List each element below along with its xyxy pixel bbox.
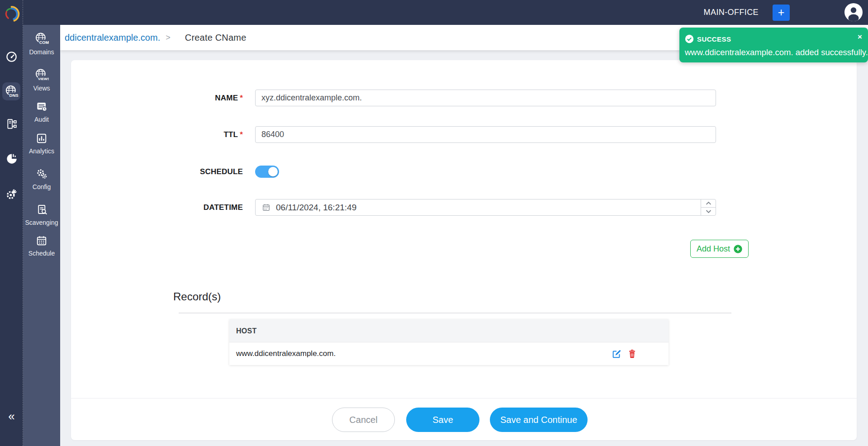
cancel-button[interactable]: Cancel	[332, 408, 395, 432]
sidebar-item-domains[interactable]: COM Domains	[23, 32, 60, 56]
add-button[interactable]: +	[773, 5, 790, 21]
datetime-value: 06/11/2024, 16:21:49	[276, 203, 356, 213]
ttl-input[interactable]	[255, 126, 716, 143]
create-cname-form-card: NAME* TTL* SCHEDULE DATETIME	[71, 60, 857, 440]
schedule-field-label: SCHEDULE	[71, 166, 243, 178]
sidebar-item-label: Domains	[29, 48, 54, 56]
required-marker: *	[240, 94, 243, 102]
user-avatar-icon[interactable]	[844, 3, 863, 21]
sidebar-item-label: Analytics	[29, 147, 54, 155]
trash-icon[interactable]	[627, 349, 637, 359]
calendar-icon	[262, 203, 270, 212]
sidebar-item-config[interactable]: Config	[23, 168, 60, 190]
server-nodes-icon[interactable]	[0, 118, 23, 132]
schedule-toggle[interactable]	[255, 166, 279, 178]
check-circle-icon	[685, 34, 694, 43]
row-actions	[612, 342, 637, 365]
primary-sidebar: DNS «	[0, 0, 23, 446]
sidebar-item-scavenging[interactable]: Scavenging	[23, 204, 60, 226]
edit-icon[interactable]	[612, 349, 621, 359]
host-column-header: HOST	[229, 319, 669, 342]
bar-chart-icon	[36, 133, 47, 146]
globe-views-icon: VIEWS	[34, 68, 49, 83]
document-search-icon	[36, 204, 48, 218]
plus-circle-icon	[734, 245, 742, 253]
footer-divider	[71, 398, 857, 399]
gear-wrench-icon[interactable]	[0, 188, 23, 202]
calendar-icon	[36, 235, 47, 248]
sidebar-item-analytics[interactable]: Analytics	[23, 133, 60, 155]
success-toast: SUCCESS × www.ddicentralexample.com. add…	[679, 28, 868, 62]
organization-label: MAIN-OFFICE	[704, 0, 759, 25]
table-row: www.ddicentralexample.com.	[229, 342, 669, 365]
datetime-decrement-button[interactable]	[701, 207, 716, 215]
name-field-label: NAME*	[71, 90, 243, 106]
sidebar-collapse-button[interactable]: «	[0, 409, 23, 423]
datetime-field-label: DATETIME	[71, 199, 243, 216]
add-host-button[interactable]: Add Host	[690, 240, 749, 258]
records-table: HOST www.ddicentralexample.com.	[229, 319, 669, 365]
dns-module-sidebar: COM Domains VIEWS Views Audit	[23, 25, 60, 446]
sidebar-item-label: Config	[33, 183, 51, 190]
toast-close-icon[interactable]: ×	[858, 33, 862, 42]
sidebar-item-audit[interactable]: Audit	[23, 100, 60, 123]
main-content: NAME* TTL* SCHEDULE DATETIME	[60, 50, 868, 446]
sidebar-item-views[interactable]: VIEWS Views	[23, 68, 60, 92]
breadcrumb-domain-link[interactable]: ddicentralexample.com.	[65, 33, 160, 43]
datetime-input[interactable]: 06/11/2024, 16:21:49	[255, 199, 716, 216]
sidebar-item-label: Views	[33, 85, 50, 92]
save-button[interactable]: Save	[406, 408, 479, 432]
logo-swirl-icon	[0, 5, 23, 25]
pie-chart-icon[interactable]	[0, 152, 23, 166]
ttl-field-label: TTL*	[71, 126, 243, 143]
host-cell: www.ddicentralexample.com.	[236, 349, 336, 358]
toggle-knob	[268, 167, 278, 176]
audit-list-clock-icon	[36, 100, 48, 114]
records-section-heading: Record(s)	[173, 290, 221, 303]
sidebar-item-label: Schedule	[28, 250, 55, 257]
sidebar-item-label: Audit	[34, 116, 49, 123]
datetime-increment-button[interactable]	[701, 199, 716, 207]
svg-text:VIEWS: VIEWS	[38, 77, 49, 81]
breadcrumb-separator: >	[166, 33, 171, 43]
dns-globe-icon[interactable]: DNS	[2, 82, 20, 100]
speedometer-icon[interactable]	[0, 51, 23, 65]
gears-icon	[36, 168, 48, 182]
name-input[interactable]	[255, 90, 716, 106]
required-marker: *	[240, 130, 243, 139]
toast-status-label: SUCCESS	[697, 35, 731, 43]
svg-text:DNS: DNS	[9, 93, 18, 98]
top-bar: MAIN-OFFICE +	[0, 0, 868, 25]
svg-text:COM: COM	[39, 40, 49, 45]
datetime-spinner	[701, 199, 716, 215]
toast-message: www.ddicentralexample.com. added success…	[685, 47, 868, 57]
save-and-continue-button[interactable]: Save and Continue	[490, 408, 588, 432]
records-divider	[179, 313, 731, 313]
sidebar-item-label: Scavenging	[25, 219, 58, 226]
globe-com-icon: COM	[34, 32, 49, 47]
page-title: Create CName	[185, 33, 247, 43]
sidebar-item-schedule[interactable]: Schedule	[23, 235, 60, 257]
